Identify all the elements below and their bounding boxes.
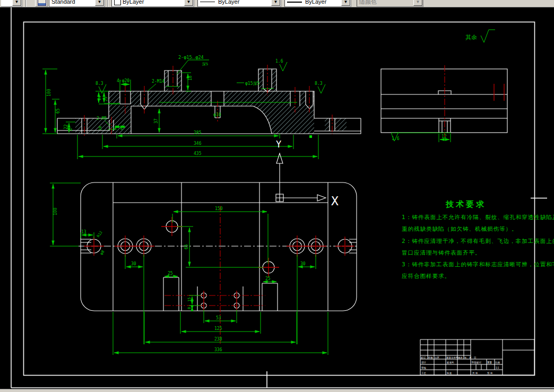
roughness-check-icon xyxy=(481,30,495,42)
tb-scale: 比例 xyxy=(495,361,500,364)
drawing-canvas[interactable]: 其余 xyxy=(0,0,554,392)
dim-6: 6 xyxy=(120,127,123,131)
dim-53: 53 xyxy=(216,316,221,320)
dim-10: 10 xyxy=(98,126,102,130)
dim-12: 12 xyxy=(442,134,447,139)
dropdown-arrow-icon[interactable]: ▼ xyxy=(95,0,104,6)
surface-finish-note: 其余 xyxy=(465,30,495,42)
dim-13: 13 xyxy=(112,127,116,131)
lineweight-sample-icon xyxy=(287,2,302,3)
linetype-value: ByLayer xyxy=(218,0,239,7)
lineweight-value: ByLayer xyxy=(305,0,326,7)
tb-approve: 批准 xyxy=(446,372,452,374)
dropdown-arrow-icon[interactable]: ▼ xyxy=(271,0,280,6)
finish-side-bottom: 1.6 xyxy=(392,136,400,141)
dropdown-arrow-icon[interactable]: ▼ xyxy=(341,0,350,6)
tech-line: 3：铸件非加工表面上的铸字和标志应清晰可辨，位置和字体 xyxy=(402,261,554,267)
plotstyle-combo: 随颜色 ▼ xyxy=(357,0,423,7)
finish-right: 8.3 xyxy=(315,81,323,86)
toolbar: ▼ Standard ▼ ByLayer ▼ ByLayer ▼ ByLayer… xyxy=(0,0,554,7)
dim-30-left: 30 xyxy=(131,262,136,266)
tech-line: 2：铸件应清理干净，不得有毛刺、飞边，非加工表面上的浇 xyxy=(402,238,554,244)
text-style-combo[interactable]: Standard ▼ xyxy=(49,0,105,7)
dim-285: 285 xyxy=(194,130,202,135)
dim-counterbore-depth: 深5 xyxy=(202,62,208,66)
layers-button[interactable] xyxy=(35,0,48,7)
lineweight-combo[interactable]: ByLayer ▼ xyxy=(284,0,351,7)
dim-238: 238 xyxy=(214,337,222,342)
dim-8: 8 xyxy=(187,307,192,309)
dim-37: 37 xyxy=(154,118,159,124)
tb-scale-value: 1:1 xyxy=(496,367,499,369)
tb-header-zone: 分区 xyxy=(435,356,440,359)
plan-view: 100 13 R12 φ8 30 30 25 25 150 xyxy=(50,182,359,355)
surface-note-text: 其余 xyxy=(465,34,477,41)
linetype-sample-icon xyxy=(200,2,215,2)
tb-design: 设计 xyxy=(421,361,427,364)
toolbar-separator xyxy=(25,0,27,7)
tech-line: 应符合图样要求。 xyxy=(402,273,451,279)
dim-r12: R12 xyxy=(96,230,103,238)
finish-boss: 1.6 xyxy=(275,59,283,64)
dropdown-arrow-icon[interactable]: ▼ xyxy=(12,0,21,6)
tech-requirements: 技术要求 1：铸件表面上不允许有冷隔、裂纹、缩孔和穿透性缺陷及严 重的残缺类缺陷… xyxy=(402,199,554,279)
tb-header-mark: 标记 xyxy=(420,356,426,360)
dim-plan-100: 100 xyxy=(53,207,58,215)
tech-line: 重的残缺类缺陷（如欠铸、机械损伤等）。 xyxy=(402,225,518,232)
dim-counterbore: 2-φ15⌴φ24 xyxy=(178,55,204,60)
dim-65: 65 xyxy=(56,108,60,114)
dim-phi8: φ8 xyxy=(99,250,105,256)
color-combo[interactable]: ByLayer ▼ xyxy=(111,0,194,7)
ucs-icon: Y X xyxy=(276,139,339,208)
layers-icon xyxy=(38,0,46,6)
ucs-y-label: Y xyxy=(276,139,281,150)
dim-150: 150 xyxy=(215,206,223,211)
dim-336: 336 xyxy=(214,347,222,352)
tech-title: 技术要求 xyxy=(445,199,486,209)
tb-header-docno: 更改文件号 xyxy=(446,356,458,359)
tb-process: 工艺 xyxy=(421,371,427,374)
plan-centerlines xyxy=(84,206,354,344)
toolbar-separator xyxy=(107,0,108,7)
dim-125: 125 xyxy=(214,326,222,331)
tb-header-date: 年、月、日 xyxy=(464,356,477,359)
tb-weight: 重量 xyxy=(487,361,492,364)
finish-left: 8.3 xyxy=(96,81,103,86)
dim-24: 24 xyxy=(98,96,102,100)
tb-header-count: 处数 xyxy=(428,356,434,359)
linetype-combo[interactable]: ByLayer ▼ xyxy=(197,0,281,7)
dim-22: 22 xyxy=(64,124,68,129)
toolbar-combo-end[interactable]: ▼ xyxy=(1,0,22,7)
front-section-view: 2-φ15⌴φ24 深5 1.6 4-φ20 2-M14 8.3 8.3 φ15… xyxy=(42,55,361,159)
dropdown-arrow-icon[interactable]: ▼ xyxy=(184,0,193,6)
dim-plan-65: 65 xyxy=(184,244,189,249)
dim-25-right: 25 xyxy=(265,276,271,281)
status-strip xyxy=(0,389,554,392)
ucs-x-label: X xyxy=(331,194,339,208)
tb-header-sign: 签名 xyxy=(458,356,463,359)
dim-2m5: 2-M5 xyxy=(97,116,107,121)
title-block: 标记 处数 分区 更改文件号 签名 年、月、日 设计 标准化 审核 工艺 批准 … xyxy=(420,339,534,375)
dim-346: 346 xyxy=(194,141,202,146)
dim-4phi20: 4-φ20 xyxy=(117,79,129,83)
tb-stage-mark: 阶段标记 xyxy=(472,361,482,364)
plotstyle-value: 随颜色 xyxy=(359,0,377,7)
text-style-value: Standard xyxy=(51,0,75,7)
grip-point xyxy=(309,135,312,138)
tech-line: 1：铸件表面上不允许有冷隔、裂纹、缩孔和穿透性缺陷及严 xyxy=(402,214,554,220)
dim-15: 15 xyxy=(187,298,192,302)
dim-100: 100 xyxy=(47,89,51,97)
tb-standardize: 标准化 xyxy=(446,361,454,364)
bylayer-color-swatch xyxy=(114,0,121,5)
tech-line: 冒口应清理与铸件表面齐平。 xyxy=(402,249,481,256)
dim-30-right: 30 xyxy=(300,262,306,266)
dim-435: 435 xyxy=(194,151,202,156)
tb-check: 审核 xyxy=(421,367,427,369)
dim-23: 23 xyxy=(104,97,108,101)
side-view: 1.6 12 xyxy=(381,65,507,142)
plan-dimensions: 100 13 R12 φ8 30 30 25 25 150 xyxy=(50,183,328,355)
dim-18: 18 xyxy=(188,75,193,81)
dim-phi15deep5: φ15深5 xyxy=(245,81,259,86)
cad-window: ▼ Standard ▼ ByLayer ▼ ByLayer ▼ ByLayer… xyxy=(0,0,554,392)
tb-sheet-no: 第 张 xyxy=(487,372,493,374)
